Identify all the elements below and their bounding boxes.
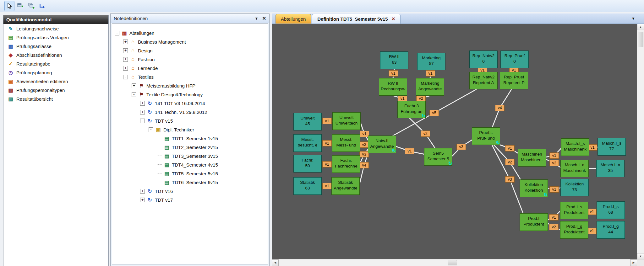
tree-item-design[interactable]: +⌂Design (112, 46, 268, 55)
def-kollektion[interactable]: KollektionKollektion↻ (520, 179, 548, 197)
horizontal-scroll-thumb[interactable] (448, 260, 457, 265)
def-masch-i-a[interactable]: Masch.I_aMaschinenk (560, 160, 589, 177)
score-kollektion[interactable]: Kollektion73 (560, 179, 589, 196)
score-marketing[interactable]: Marketing57 (417, 53, 445, 70)
tree-item-tdt3-semester-3v15[interactable]: ▤TDT3_Semester 3v15 (112, 152, 268, 160)
def-rw2[interactable]: RW IIRechnungsw (379, 78, 407, 96)
weight-connector-v2[interactable]: v2 (421, 130, 430, 137)
sidebar-item-leistungsnachweise[interactable]: ✎Leistungsnachweise (3, 24, 108, 33)
def-rep-pruef[interactable]: Rep_PruefRepetent P (500, 72, 528, 89)
tree-item-tdt-v17[interactable]: +↻TDT v17 (112, 195, 268, 204)
expand-icon[interactable]: + (123, 48, 128, 53)
weight-connector-v2[interactable]: v2 (549, 224, 559, 230)
tree-item-141-tdt-v3-16-09-2014[interactable]: +↻141 TDT V3 16.09.2014 (112, 99, 268, 108)
scroll-down-icon[interactable]: ▼ (637, 253, 644, 259)
tab-definition-tdt5-semester-5v15[interactable]: Definition TDT5_Semester 5v15✕ (312, 14, 401, 24)
def-rep-natw2[interactable]: Rep_Natw2Repetent A (469, 72, 498, 89)
score-statistik[interactable]: Statistik63 (293, 177, 322, 195)
def-umwelt[interactable]: UmweltUmwelttech (332, 112, 361, 130)
expand-icon[interactable]: + (123, 66, 128, 71)
link-tool-button[interactable] (37, 1, 47, 11)
def-fachr[interactable]: Fachr.Fachrechne (332, 155, 360, 173)
tree-item-tdt1-semester-1v15[interactable]: ▤TDT1_Semester 1v15 (112, 134, 268, 143)
collapse-icon[interactable]: - (140, 119, 145, 123)
score-rep-natw2[interactable]: Rep_Natw20 (469, 51, 498, 68)
tab-list-dropdown-icon[interactable]: ▼ (631, 16, 635, 21)
panel-close-icon[interactable]: ✕ (262, 16, 266, 21)
collapse-icon[interactable]: - (123, 75, 128, 79)
expand-icon[interactable]: + (123, 40, 128, 44)
scroll-right-icon[interactable]: ▶ (630, 259, 637, 266)
def-masch-i-s[interactable]: Masch.I_sMaschinenk (561, 138, 589, 156)
expand-icon[interactable]: + (140, 189, 145, 194)
weight-connector-v2[interactable]: v2 (505, 159, 515, 165)
tree-item-abteilungen[interactable]: -▦Abteilungen (112, 29, 268, 37)
weight-connector-v2[interactable]: v2 (549, 160, 559, 166)
tree-item-dipl-techniker[interactable]: -▣Dipl. Techniker (112, 125, 268, 134)
scroll-up-icon[interactable]: ▲ (637, 24, 644, 30)
weight-connector-v4[interactable]: v4 (495, 105, 505, 111)
score-rep-pruef[interactable]: Rep_Pruef0 (500, 51, 529, 68)
sidebar-item-resultat-bersicht[interactable]: ▧Resultatübersicht (3, 94, 108, 103)
add-group-button[interactable] (26, 1, 36, 11)
def-prod-i[interactable]: Prod.IProduktent (520, 213, 548, 231)
score-masch-i-a[interactable]: Masch.I_a35 (596, 160, 625, 177)
tree-item-tdt4-semester-4v15[interactable]: ▤TDT4_Semester 4v15 (112, 160, 268, 169)
expand-icon[interactable]: + (140, 198, 145, 202)
sidebar-item-abschlussdefinitionen[interactable]: ◆Abschlussdefinitionen (3, 51, 108, 59)
def-marketing[interactable]: MarketingAngewandte (416, 78, 444, 96)
panel-dropdown-icon[interactable]: ▼ (255, 16, 259, 21)
weight-connector-v1[interactable]: v1 (322, 183, 332, 189)
weight-connector-v1[interactable]: v1 (587, 228, 597, 234)
tab-close-icon[interactable]: ✕ (391, 16, 395, 21)
score-fachr[interactable]: Fachr.50 (293, 155, 322, 173)
sidebar-item-pr-fungspersonaltypen[interactable]: ▥Prüfungspersonaltypen (3, 86, 108, 94)
def-prueft[interactable]: Pruef.t.Prüf- und↻ (472, 127, 500, 145)
collapse-icon[interactable]: - (115, 31, 119, 35)
tree-item-meisterausbildung-hfp[interactable]: +⚑Meisterausbildung HFP (112, 81, 268, 90)
tab-abteilungen[interactable]: Abteilungen (276, 14, 311, 24)
sidebar-item-pr-fungsanl-sse[interactable]: ▦Prüfungsanlässe (3, 42, 108, 51)
tree-item-lernende[interactable]: +⌂Lernende (112, 64, 268, 72)
horizontal-scrollbar[interactable]: ◀ ▶ (272, 259, 637, 266)
weight-connector-v2[interactable]: v2 (359, 141, 369, 148)
sidebar-item-anwesenheiten-editieren[interactable]: ▣Anwesenheiten editieren (3, 77, 108, 86)
scroll-left-icon[interactable]: ◀ (272, 259, 279, 266)
expand-icon[interactable]: + (140, 101, 145, 106)
tree-item-tdt-v15[interactable]: -↻TDT v15 (112, 116, 268, 125)
weight-connector-v1[interactable]: v1 (505, 145, 515, 152)
vertical-scroll-thumb[interactable] (638, 32, 643, 47)
weight-connector-v1[interactable]: v1 (587, 209, 597, 215)
weight-connector-v1[interactable]: v1 (426, 70, 435, 77)
tree-item-textile-design-technology[interactable]: -⚑Textile Design&Technology (112, 90, 268, 99)
tree-item-tdt-v16[interactable]: +↻TDT v16 (112, 187, 268, 195)
tree-item-tdt2-semester-2v15[interactable]: ▤TDT2_Semester 2v15 (112, 143, 268, 152)
weight-connector-v3[interactable]: v3 (456, 144, 466, 150)
weight-connector-v1[interactable]: v1 (549, 152, 559, 159)
weight-connector-v4[interactable]: v4 (359, 162, 369, 168)
weight-connector-v1[interactable]: v1 (322, 161, 332, 168)
score-prod-i-s[interactable]: Prod.I_s68 (597, 201, 625, 219)
score-prod-i-g[interactable]: Prod.I_g44 (597, 221, 625, 239)
weight-connector-v1[interactable]: v1 (405, 148, 414, 154)
tree-item-business-management[interactable]: +⌂Business Management (112, 37, 268, 46)
def-maschinen[interactable]: MaschinenMaschinen- (518, 149, 546, 167)
expand-icon[interactable]: + (140, 110, 145, 114)
sidebar-item-resultateingabe[interactable]: ✓Resultateingabe (3, 59, 108, 68)
select-tool-button[interactable] (4, 1, 14, 11)
tree-item-textiles[interactable]: -⌂Textiles (112, 72, 268, 81)
sidebar-item-pr-fungsanlass-vorlagen[interactable]: ▤Prüfungsanlass Vorlagen (3, 33, 108, 42)
score-rw2[interactable]: RW II63 (380, 51, 408, 69)
weight-connector-v1[interactable]: v1 (549, 186, 559, 193)
def-statistik[interactable]: StatistikAngewandte (331, 177, 360, 195)
collapse-icon[interactable]: - (132, 92, 136, 97)
score-umwelt[interactable]: Umwelt45 (293, 113, 322, 130)
sidebar-item-pr-fungsplanung[interactable]: ◷Prüfungsplanung (3, 68, 108, 77)
weight-connector-v3[interactable]: v3 (505, 176, 515, 183)
def-prod-i-s[interactable]: Prod.I_sProduktent (560, 202, 588, 219)
def-natw2[interactable]: Natw.IIAngewandte↻ (368, 136, 396, 153)
expand-icon[interactable]: + (123, 57, 128, 62)
vertical-scrollbar[interactable]: ▲ ▼ (637, 24, 644, 259)
weight-connector-v1[interactable]: v1 (549, 214, 559, 221)
score-masch-i-s[interactable]: Masch.I_s77 (598, 138, 626, 156)
